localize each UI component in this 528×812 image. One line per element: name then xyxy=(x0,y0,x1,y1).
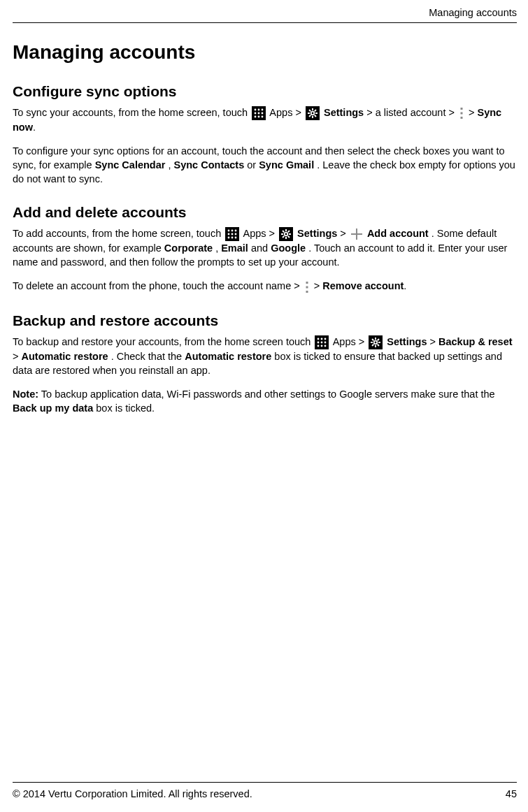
svg-rect-14 xyxy=(312,116,313,118)
svg-point-25 xyxy=(228,230,230,232)
text: > a listed account > xyxy=(366,107,457,118)
text-bold: Settings xyxy=(387,336,427,347)
text-bold: Automatic restore xyxy=(22,351,108,362)
svg-rect-22 xyxy=(460,113,462,115)
text: To add accounts, from the home screen, t… xyxy=(13,228,224,239)
svg-point-7 xyxy=(255,116,257,118)
text-bold: Sync Gmail xyxy=(259,159,314,171)
footer-rule xyxy=(13,782,517,783)
text-bold: Back up my data xyxy=(13,403,93,414)
text: box is ticked. xyxy=(96,403,155,414)
svg-point-28 xyxy=(228,233,230,235)
text-bold: Settings xyxy=(297,228,337,239)
svg-rect-21 xyxy=(460,108,462,110)
text: or xyxy=(247,159,259,171)
svg-point-36 xyxy=(285,233,287,235)
svg-point-3 xyxy=(262,109,264,111)
svg-rect-65 xyxy=(371,342,373,343)
svg-point-1 xyxy=(255,109,257,111)
svg-point-62 xyxy=(375,341,377,343)
heading-configure-sync: Configure sync options xyxy=(13,83,517,100)
text: > xyxy=(340,228,349,239)
text: > xyxy=(269,228,275,239)
text-bold: Settings xyxy=(324,107,364,118)
text-bold: Sync Calendar xyxy=(95,159,166,171)
svg-point-53 xyxy=(324,338,327,340)
text: Apps xyxy=(243,228,266,239)
svg-rect-37 xyxy=(285,229,287,231)
page-number: 45 xyxy=(506,788,517,799)
svg-point-52 xyxy=(321,338,323,340)
text-bold: Corporate xyxy=(164,242,213,254)
text: > xyxy=(430,336,439,347)
svg-rect-66 xyxy=(378,342,380,343)
text: > xyxy=(359,336,364,347)
text: To backup and restore your accounts, fro… xyxy=(13,336,313,347)
text: > xyxy=(13,351,22,362)
paragraph-backup-2: Note: To backup application data, Wi-Fi … xyxy=(13,387,517,415)
text: . Check that the xyxy=(111,351,185,362)
apps-grid-icon xyxy=(315,335,329,349)
svg-point-5 xyxy=(258,113,260,115)
paragraph-add-2: To delete an account from the phone, tou… xyxy=(13,279,517,293)
svg-point-56 xyxy=(324,341,327,343)
svg-rect-46 xyxy=(351,233,362,235)
text: > xyxy=(295,107,301,118)
overflow-menu-icon xyxy=(459,106,464,120)
paragraph-configure-2: To configure your sync options for an ac… xyxy=(13,144,517,186)
text: , xyxy=(168,159,173,171)
text: . xyxy=(33,122,36,133)
svg-point-57 xyxy=(317,345,320,347)
paragraph-configure-1: To sync your accounts, from the home scr… xyxy=(13,106,517,134)
text-bold: Add account xyxy=(367,228,429,239)
svg-point-8 xyxy=(258,116,260,118)
text-bold: Backup & reset xyxy=(438,336,513,347)
text: To backup application data, Wi-Fi passwo… xyxy=(41,389,495,400)
svg-point-54 xyxy=(317,341,320,343)
settings-gear-icon xyxy=(369,335,383,349)
svg-point-2 xyxy=(258,109,260,111)
svg-point-58 xyxy=(321,345,323,347)
apps-grid-icon xyxy=(225,227,239,241)
svg-point-51 xyxy=(317,338,320,340)
text-bold: Email xyxy=(221,242,248,254)
running-header: Managing accounts xyxy=(13,7,517,18)
paragraph-add-1: To add accounts, from the home screen, t… xyxy=(13,226,517,269)
svg-rect-49 xyxy=(306,291,308,293)
page-title: Managing accounts xyxy=(13,41,517,64)
svg-point-30 xyxy=(235,233,237,235)
apps-grid-icon xyxy=(252,106,266,120)
svg-rect-47 xyxy=(306,282,308,284)
text: To sync your accounts, from the home scr… xyxy=(13,107,250,118)
plus-icon xyxy=(350,228,363,240)
svg-rect-39 xyxy=(281,233,283,235)
settings-gear-icon xyxy=(279,227,293,241)
svg-point-59 xyxy=(324,345,327,347)
svg-rect-15 xyxy=(308,113,310,114)
svg-rect-40 xyxy=(289,233,291,235)
overflow-menu-icon xyxy=(304,280,310,294)
svg-point-55 xyxy=(321,341,323,343)
text: Apps xyxy=(269,107,292,118)
copyright-text: © 2014 Vertu Corporation Limited. All ri… xyxy=(13,788,252,799)
header-rule xyxy=(13,22,517,23)
svg-point-31 xyxy=(228,237,230,239)
text: , xyxy=(215,242,221,254)
svg-rect-16 xyxy=(315,113,317,114)
text-bold: Sync Contacts xyxy=(174,159,245,171)
svg-point-6 xyxy=(262,113,264,115)
svg-point-29 xyxy=(231,233,234,235)
heading-backup-restore: Backup and restore accounts xyxy=(13,312,517,329)
note-label: Note: xyxy=(13,389,38,400)
svg-point-27 xyxy=(235,230,237,232)
svg-rect-38 xyxy=(285,237,287,239)
text-bold: Remove account xyxy=(322,280,404,291)
text: > xyxy=(469,107,478,118)
settings-gear-icon xyxy=(306,106,320,120)
text: > xyxy=(314,280,323,291)
text: To delete an account from the phone, tou… xyxy=(13,280,303,291)
svg-rect-48 xyxy=(306,286,308,288)
page: Managing accounts Managing accounts Conf… xyxy=(0,0,528,812)
svg-rect-13 xyxy=(312,108,313,110)
heading-add-delete: Add and delete accounts xyxy=(13,204,517,221)
